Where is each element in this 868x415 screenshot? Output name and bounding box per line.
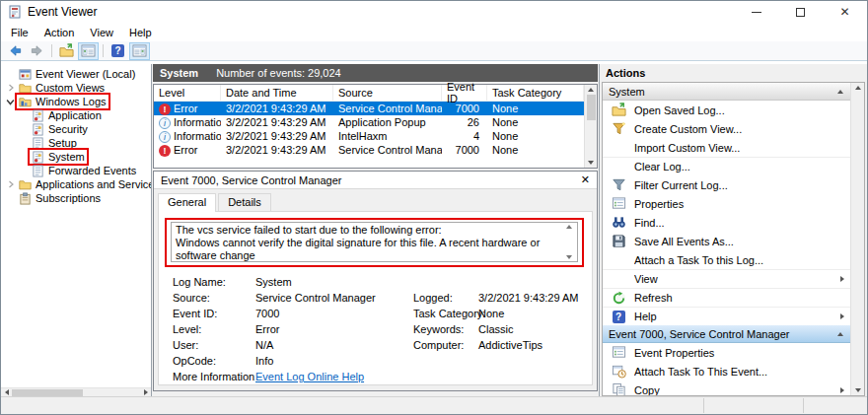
menu-item-view[interactable]: View <box>82 25 121 40</box>
status-bar-divider <box>803 398 804 413</box>
scroll-down-icon[interactable] <box>855 388 861 392</box>
close-button[interactable]: ✕ <box>823 1 867 23</box>
folder-views-icon <box>19 82 32 95</box>
scroll-down-icon[interactable] <box>588 161 594 165</box>
action-attach-task-to-this-event[interactable]: Attach Task To This Event... <box>603 362 850 380</box>
open-saved-log-icon[interactable] <box>56 42 77 60</box>
help-icon[interactable]: ? <box>108 42 128 60</box>
column-header-event-id[interactable]: Event ID <box>442 85 487 101</box>
action-save-all-events-as[interactable]: Save All Events As... <box>603 232 850 250</box>
scroll-up-icon[interactable] <box>566 225 572 229</box>
minimize-button[interactable] <box>734 1 778 23</box>
submenu-arrow-icon <box>840 387 844 393</box>
status-bar <box>1 396 867 414</box>
detail-field-row: More Information: Event Log Online Help <box>173 369 582 384</box>
detail-field-row: Log Name: System <box>173 274 582 290</box>
action-copy[interactable]: Copy <box>603 380 850 395</box>
actions-section-event-7000-service-control-manager[interactable]: Event 7000, Service Control Manager <box>603 325 850 343</box>
event-row-error-7000[interactable]: !Error 3/2/2021 9:43:29 AM Service Contr… <box>154 143 584 157</box>
expander-icon[interactable] <box>4 84 17 92</box>
menu-item-file[interactable]: File <box>3 25 36 40</box>
close-icon: ✕ <box>839 6 849 18</box>
event-row-information-26[interactable]: iInformation 3/2/2021 9:43:29 AM Applica… <box>154 115 584 129</box>
scrollbar-thumb[interactable] <box>587 95 596 120</box>
scroll-up-icon[interactable] <box>855 86 861 90</box>
properties-icon <box>611 196 626 212</box>
minimize-icon <box>752 12 761 13</box>
tree-horizontal-scrollbar[interactable] <box>1 387 151 396</box>
tree-item-content: Event Viewer (Local) <box>17 67 137 81</box>
tree-item-forwarded-events[interactable]: Forwarded Events <box>1 164 151 177</box>
action-event-properties[interactable]: Event Properties <box>603 343 850 362</box>
action-clear-log[interactable]: Clear Log... <box>603 157 850 175</box>
action-properties[interactable]: Properties <box>603 194 850 213</box>
detail-tabs: General Details <box>154 189 597 211</box>
actions-panel-title: Actions <box>602 64 865 82</box>
tree-item-custom-views[interactable]: Custom Views <box>1 81 151 95</box>
action-attach-a-task-to-this-log[interactable]: Attach a Task To this Log... <box>603 250 850 269</box>
maximize-icon <box>796 8 805 17</box>
action-help[interactable]: ? Help <box>603 307 850 325</box>
show-action-pane-icon[interactable] <box>129 42 150 60</box>
tree-item-event-viewer-local[interactable]: Event Viewer (Local) <box>1 67 151 81</box>
action-filter-current-log[interactable]: Filter Current Log... <box>603 175 850 194</box>
action-import-custom-view[interactable]: Import Custom View... <box>603 138 850 157</box>
event-log-online-help-link[interactable]: Event Log Online Help <box>255 371 364 382</box>
scrollbar-thumb[interactable] <box>12 389 83 396</box>
folder-views-icon <box>19 178 32 191</box>
detail-field-row: User: N/A Computer: AddictiveTips <box>173 337 582 353</box>
menu-item-action[interactable]: Action <box>36 25 83 40</box>
info-icon: i <box>159 130 171 143</box>
tree-item-applications-and-services-lo[interactable]: Applications and Services Lo <box>1 177 151 191</box>
expander-icon[interactable] <box>4 180 17 188</box>
tab-details[interactable]: Details <box>218 193 271 211</box>
find-icon <box>611 215 626 231</box>
menu-item-help[interactable]: Help <box>121 25 160 40</box>
event-row-error-7000[interactable]: !Error 3/2/2021 9:43:29 AM Service Contr… <box>154 102 584 115</box>
back-icon[interactable] <box>5 42 26 60</box>
action-find[interactable]: Find... <box>603 213 850 232</box>
actions-scrollbar[interactable] <box>850 83 864 395</box>
actions-section-system[interactable]: System <box>603 83 850 101</box>
tree-item-system[interactable]: System <box>1 150 151 164</box>
toolbar-separator <box>103 44 104 57</box>
log-plain-icon <box>32 137 44 150</box>
show-console-tree-icon[interactable] <box>78 42 99 60</box>
maximize-button[interactable] <box>778 1 823 23</box>
log-title: System <box>160 67 198 79</box>
tab-general[interactable]: General <box>158 193 216 212</box>
column-header-date-and-time[interactable]: Date and Time <box>221 85 333 101</box>
detail-field-row: Level: Error Keywords: Classic <box>173 321 582 337</box>
tree-item-application[interactable]: Application <box>1 108 151 122</box>
close-detail-button[interactable]: ✕ <box>581 174 590 185</box>
event-viewer-window: Event Viewer ✕ File Action View Help ? E… <box>0 0 868 415</box>
actions-list: System Open Saved Log... Create Custom V… <box>603 83 850 395</box>
collapse-icon[interactable] <box>837 332 843 336</box>
expander-icon[interactable] <box>4 98 17 106</box>
event-description-box[interactable]: The vcs service failed to start due to t… <box>171 222 578 262</box>
tree-item-content: System <box>30 150 87 164</box>
log-icon <box>32 123 44 136</box>
tree-item-setup[interactable]: Setup <box>1 136 151 150</box>
log-icon <box>32 109 44 122</box>
forward-icon[interactable] <box>27 42 47 60</box>
scroll-up-icon[interactable] <box>588 88 594 92</box>
open-saved-log-icon <box>611 103 626 118</box>
window-title: Event Viewer <box>28 5 97 19</box>
scroll-down-icon[interactable] <box>566 255 572 259</box>
tree-item-content: Custom Views <box>17 81 107 95</box>
action-refresh[interactable]: Refresh <box>603 288 850 307</box>
action-view[interactable]: View <box>603 269 850 288</box>
action-create-custom-view[interactable]: Create Custom View... <box>603 119 850 138</box>
column-header-source[interactable]: Source <box>333 85 442 101</box>
log-header-bar: System Number of events: 29,024 <box>153 64 598 82</box>
collapse-icon[interactable] <box>837 90 843 94</box>
event-row-information-4[interactable]: iInformation 3/2/2021 9:43:29 AM IntelHa… <box>154 129 584 143</box>
event-list-scrollbar[interactable] <box>584 85 597 168</box>
column-header-level[interactable]: Level <box>154 85 221 101</box>
tree-item-security[interactable]: Security <box>1 122 151 136</box>
action-open-saved-log[interactable]: Open Saved Log... <box>603 101 850 119</box>
tree-item-windows-logs[interactable]: Windows Logs <box>1 95 151 108</box>
column-header-task-category[interactable]: Task Category <box>487 85 584 101</box>
tree-item-subscriptions[interactable]: Subscriptions <box>1 191 151 205</box>
